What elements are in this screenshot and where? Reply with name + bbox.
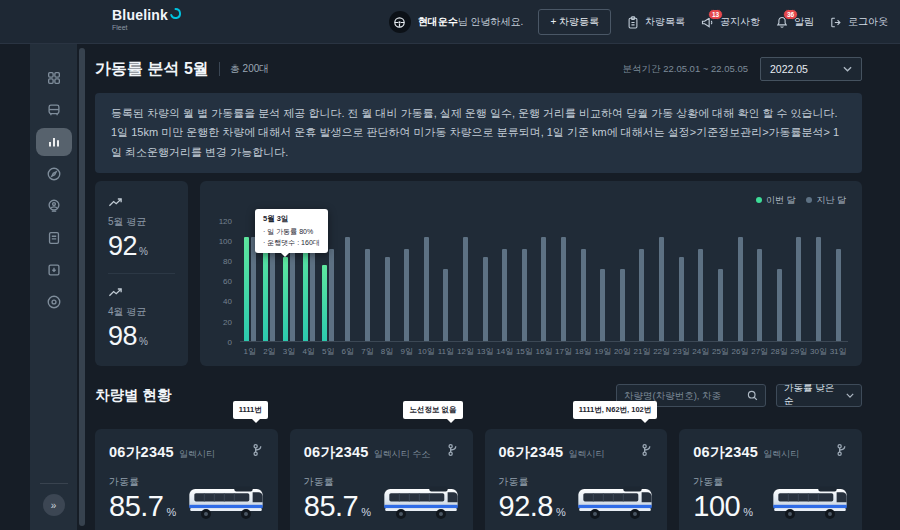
chart-day-group[interactable]: 14일	[495, 221, 515, 341]
chart-day-group[interactable]: 17일	[554, 221, 574, 341]
chart-day-group[interactable]: 8일	[377, 221, 397, 341]
chart-day-group[interactable]: 9일	[397, 221, 417, 341]
bar-this-month	[322, 265, 327, 341]
chart-day-group[interactable]: 19일	[593, 221, 613, 341]
x-tick-label: 29일	[790, 346, 807, 357]
chart-day-group[interactable]: 20일	[613, 221, 633, 341]
bar-last-month	[600, 269, 605, 341]
sidebar-item-driving[interactable]	[36, 160, 72, 188]
chart-day-group[interactable]: 15일	[515, 221, 535, 341]
x-tick-label: 4일	[302, 346, 314, 357]
scrollbar-thumb[interactable]	[79, 48, 85, 526]
x-tick-label: 28일	[771, 346, 788, 357]
chart-day-group[interactable]: 16일	[534, 221, 554, 341]
route-icon[interactable]	[640, 443, 653, 457]
sidebar-item-downloads[interactable]	[36, 256, 72, 284]
chart-day-group[interactable]: 6일	[338, 221, 358, 341]
chart-day-group[interactable]: 12일	[456, 221, 476, 341]
bar-last-month	[718, 269, 723, 341]
chart-day-group[interactable]: 7일	[358, 221, 378, 341]
vehicle-card[interactable]: 1111번, N62번, 102번 06가2345 일렉시티 가동률 92.8 …	[485, 429, 668, 530]
chart-day-group[interactable]: 10일	[416, 221, 436, 341]
x-tick-label: 19일	[594, 346, 611, 357]
chart-day-group[interactable]: 24일	[691, 221, 711, 341]
x-tick-label: 2일	[263, 346, 275, 357]
chart-day-group[interactable]: 21일	[632, 221, 652, 341]
description-line-2: 1일 15km 미만 운행한 차량에 대해서 운휴 발생으로 판단하여 미가동 …	[111, 123, 846, 162]
x-tick-label: 12일	[457, 346, 474, 357]
vehicle-plate: 06가2345	[693, 443, 758, 462]
sidebar-item-utilization-analysis[interactable]	[36, 128, 72, 156]
x-tick-label: 8일	[381, 346, 393, 357]
nav-logout[interactable]: 로그아웃	[829, 15, 888, 30]
sidebar-item-reports[interactable]	[36, 224, 72, 252]
rate-value: 100	[693, 490, 740, 523]
bar-last-month	[385, 257, 390, 341]
sort-dropdown[interactable]: 가동률 낮은 순	[776, 384, 862, 407]
vehicle-search-input[interactable]	[624, 390, 747, 401]
compass-icon	[46, 166, 62, 182]
bar-this-month	[244, 237, 249, 341]
chart-day-group[interactable]: 26일	[730, 221, 750, 341]
vehicle-card[interactable]: 1111번 06가2345 일렉시티 가동률 85.7 % 실 운행일수 14일	[95, 429, 278, 530]
avatar[interactable]	[389, 11, 411, 33]
rate-value: 85.7	[304, 490, 358, 523]
bar-last-month	[816, 237, 821, 341]
route-icon[interactable]	[835, 443, 848, 457]
x-tick-label: 17일	[555, 346, 572, 357]
bar-last-month	[404, 249, 409, 341]
x-tick-label: 10일	[418, 346, 435, 357]
sidebar-item-driver[interactable]	[36, 192, 72, 220]
rate-unit: %	[556, 506, 566, 518]
vehicle-register-button[interactable]: + 차량등록	[538, 9, 611, 35]
chart-day-group[interactable]: 13일	[475, 221, 495, 341]
page-title: 가동률 분석 5월	[95, 59, 209, 80]
x-tick-label: 20일	[614, 346, 631, 357]
brand-logo: Bluelink Fleet	[112, 7, 182, 31]
previous-month-average-value: 98%	[108, 321, 175, 352]
bar-last-month	[620, 269, 625, 341]
chart-day-group[interactable]: 27일	[750, 221, 770, 341]
sidebar-collapse-button[interactable]: »	[43, 494, 65, 516]
chart-day-group[interactable]: 29일	[789, 221, 809, 341]
vehicle-model: 일렉시티	[763, 448, 799, 461]
chart-day-group[interactable]: 31일	[828, 221, 848, 341]
legend-this-month: 이번 달	[756, 194, 796, 207]
chart-tooltip: 5월 3일 · 일 가동률 80% · 운행댓수 : 160대	[255, 209, 328, 253]
vehicle-card[interactable]: 06가2345 일렉시티 가동률 100 % 실 운행일수 14일 평균 운행일…	[679, 429, 862, 530]
chart-day-group[interactable]: 30일	[809, 221, 829, 341]
bar-last-month	[659, 237, 664, 341]
chart-plot: 1일2일3일4일5일6일7일8일9일10일11일12일13일14일15일16일1…	[240, 221, 848, 342]
x-tick-label: 22일	[653, 346, 670, 357]
y-tick-label: 20	[223, 317, 232, 326]
search-icon[interactable]	[747, 390, 758, 401]
chart-day-group[interactable]: 18일	[573, 221, 593, 341]
chart-day-group[interactable]: 23일	[671, 221, 691, 341]
bus-illustration	[186, 484, 266, 521]
y-tick-label: 100	[219, 236, 232, 245]
chart-day-group[interactable]: 25일	[711, 221, 731, 341]
document-icon	[46, 230, 62, 246]
route-icon[interactable]	[446, 443, 459, 457]
chart-day-group[interactable]: 11일	[436, 221, 456, 341]
chart-day-group[interactable]: 22일	[652, 221, 672, 341]
vehicle-card[interactable]: 노선정보 없음 06가2345 일렉시티 수소 가동률 85.7 % 실 운행일…	[290, 429, 473, 530]
sidebar-divider	[40, 483, 68, 484]
route-icon[interactable]	[251, 443, 264, 457]
x-tick-label: 31일	[830, 346, 847, 357]
previous-month-average-label: 4월 평균	[108, 305, 175, 319]
chart-day-group[interactable]: 28일	[769, 221, 789, 341]
month-dropdown[interactable]: 2022.05	[760, 57, 862, 81]
nav-notice[interactable]: 13 공지사항	[700, 15, 760, 30]
bar-last-month	[329, 249, 334, 341]
chart-y-axis: 020406080100120	[212, 221, 236, 342]
megaphone-icon: 13	[700, 15, 715, 30]
line-chart-icon	[108, 286, 175, 298]
nav-alerts[interactable]: 36 알림	[775, 15, 814, 30]
sidebar-item-vehicles[interactable]	[36, 96, 72, 124]
nav-vehicle-list[interactable]: 차량목록	[626, 15, 685, 30]
sidebar-item-settings[interactable]	[36, 288, 72, 316]
sidebar-item-dashboard[interactable]	[36, 64, 72, 92]
bar-chart-icon	[46, 134, 62, 150]
x-tick-label: 15일	[516, 346, 533, 357]
